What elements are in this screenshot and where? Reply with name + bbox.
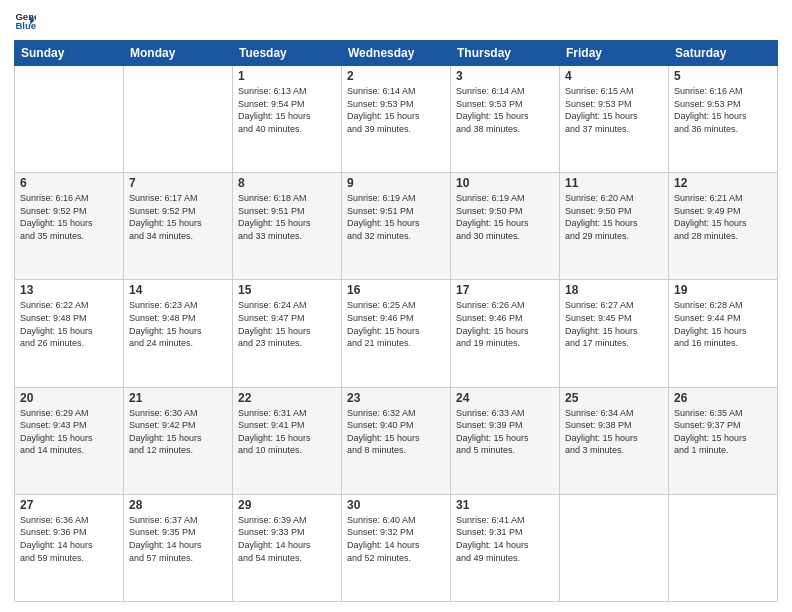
day-info: Sunrise: 6:13 AM Sunset: 9:54 PM Dayligh… — [238, 85, 336, 135]
day-number: 22 — [238, 391, 336, 405]
day-number: 25 — [565, 391, 663, 405]
day-number: 11 — [565, 176, 663, 190]
day-info: Sunrise: 6:25 AM Sunset: 9:46 PM Dayligh… — [347, 299, 445, 349]
calendar-cell: 7Sunrise: 6:17 AM Sunset: 9:52 PM Daylig… — [124, 173, 233, 280]
calendar-cell: 16Sunrise: 6:25 AM Sunset: 9:46 PM Dayli… — [342, 280, 451, 387]
page-header: General Blue — [14, 10, 778, 32]
day-info: Sunrise: 6:27 AM Sunset: 9:45 PM Dayligh… — [565, 299, 663, 349]
day-info: Sunrise: 6:15 AM Sunset: 9:53 PM Dayligh… — [565, 85, 663, 135]
day-number: 5 — [674, 69, 772, 83]
day-number: 21 — [129, 391, 227, 405]
calendar-cell — [124, 66, 233, 173]
calendar-cell: 9Sunrise: 6:19 AM Sunset: 9:51 PM Daylig… — [342, 173, 451, 280]
day-number: 29 — [238, 498, 336, 512]
day-number: 19 — [674, 283, 772, 297]
day-number: 8 — [238, 176, 336, 190]
calendar-cell: 10Sunrise: 6:19 AM Sunset: 9:50 PM Dayli… — [451, 173, 560, 280]
weekday-header-sunday: Sunday — [15, 41, 124, 66]
calendar-cell: 21Sunrise: 6:30 AM Sunset: 9:42 PM Dayli… — [124, 387, 233, 494]
calendar-cell: 26Sunrise: 6:35 AM Sunset: 9:37 PM Dayli… — [669, 387, 778, 494]
weekday-header-thursday: Thursday — [451, 41, 560, 66]
day-info: Sunrise: 6:33 AM Sunset: 9:39 PM Dayligh… — [456, 407, 554, 457]
calendar-cell: 11Sunrise: 6:20 AM Sunset: 9:50 PM Dayli… — [560, 173, 669, 280]
calendar-cell: 18Sunrise: 6:27 AM Sunset: 9:45 PM Dayli… — [560, 280, 669, 387]
calendar-cell: 25Sunrise: 6:34 AM Sunset: 9:38 PM Dayli… — [560, 387, 669, 494]
day-info: Sunrise: 6:19 AM Sunset: 9:50 PM Dayligh… — [456, 192, 554, 242]
calendar-cell: 15Sunrise: 6:24 AM Sunset: 9:47 PM Dayli… — [233, 280, 342, 387]
calendar-week-row: 20Sunrise: 6:29 AM Sunset: 9:43 PM Dayli… — [15, 387, 778, 494]
day-number: 15 — [238, 283, 336, 297]
calendar-cell — [560, 494, 669, 601]
day-number: 3 — [456, 69, 554, 83]
calendar-cell: 20Sunrise: 6:29 AM Sunset: 9:43 PM Dayli… — [15, 387, 124, 494]
calendar-cell: 29Sunrise: 6:39 AM Sunset: 9:33 PM Dayli… — [233, 494, 342, 601]
day-info: Sunrise: 6:30 AM Sunset: 9:42 PM Dayligh… — [129, 407, 227, 457]
weekday-header-monday: Monday — [124, 41, 233, 66]
day-info: Sunrise: 6:16 AM Sunset: 9:53 PM Dayligh… — [674, 85, 772, 135]
day-number: 31 — [456, 498, 554, 512]
day-number: 10 — [456, 176, 554, 190]
calendar-table: SundayMondayTuesdayWednesdayThursdayFrid… — [14, 40, 778, 602]
calendar-cell: 8Sunrise: 6:18 AM Sunset: 9:51 PM Daylig… — [233, 173, 342, 280]
day-info: Sunrise: 6:21 AM Sunset: 9:49 PM Dayligh… — [674, 192, 772, 242]
calendar-cell: 5Sunrise: 6:16 AM Sunset: 9:53 PM Daylig… — [669, 66, 778, 173]
calendar-cell: 28Sunrise: 6:37 AM Sunset: 9:35 PM Dayli… — [124, 494, 233, 601]
day-number: 6 — [20, 176, 118, 190]
calendar-cell: 24Sunrise: 6:33 AM Sunset: 9:39 PM Dayli… — [451, 387, 560, 494]
weekday-header-saturday: Saturday — [669, 41, 778, 66]
day-number: 23 — [347, 391, 445, 405]
calendar-cell: 22Sunrise: 6:31 AM Sunset: 9:41 PM Dayli… — [233, 387, 342, 494]
day-info: Sunrise: 6:16 AM Sunset: 9:52 PM Dayligh… — [20, 192, 118, 242]
day-number: 4 — [565, 69, 663, 83]
day-number: 28 — [129, 498, 227, 512]
calendar-cell: 6Sunrise: 6:16 AM Sunset: 9:52 PM Daylig… — [15, 173, 124, 280]
calendar-week-row: 13Sunrise: 6:22 AM Sunset: 9:48 PM Dayli… — [15, 280, 778, 387]
calendar-cell: 1Sunrise: 6:13 AM Sunset: 9:54 PM Daylig… — [233, 66, 342, 173]
day-number: 26 — [674, 391, 772, 405]
calendar-cell: 14Sunrise: 6:23 AM Sunset: 9:48 PM Dayli… — [124, 280, 233, 387]
calendar-cell: 13Sunrise: 6:22 AM Sunset: 9:48 PM Dayli… — [15, 280, 124, 387]
weekday-header-tuesday: Tuesday — [233, 41, 342, 66]
day-info: Sunrise: 6:40 AM Sunset: 9:32 PM Dayligh… — [347, 514, 445, 564]
weekday-header-wednesday: Wednesday — [342, 41, 451, 66]
day-info: Sunrise: 6:22 AM Sunset: 9:48 PM Dayligh… — [20, 299, 118, 349]
weekday-header-row: SundayMondayTuesdayWednesdayThursdayFrid… — [15, 41, 778, 66]
day-info: Sunrise: 6:20 AM Sunset: 9:50 PM Dayligh… — [565, 192, 663, 242]
calendar-cell: 19Sunrise: 6:28 AM Sunset: 9:44 PM Dayli… — [669, 280, 778, 387]
calendar-cell: 27Sunrise: 6:36 AM Sunset: 9:36 PM Dayli… — [15, 494, 124, 601]
day-info: Sunrise: 6:17 AM Sunset: 9:52 PM Dayligh… — [129, 192, 227, 242]
weekday-header-friday: Friday — [560, 41, 669, 66]
day-number: 14 — [129, 283, 227, 297]
day-info: Sunrise: 6:31 AM Sunset: 9:41 PM Dayligh… — [238, 407, 336, 457]
day-number: 16 — [347, 283, 445, 297]
calendar-cell — [669, 494, 778, 601]
day-number: 9 — [347, 176, 445, 190]
day-number: 2 — [347, 69, 445, 83]
day-info: Sunrise: 6:34 AM Sunset: 9:38 PM Dayligh… — [565, 407, 663, 457]
calendar-cell — [15, 66, 124, 173]
calendar-week-row: 6Sunrise: 6:16 AM Sunset: 9:52 PM Daylig… — [15, 173, 778, 280]
day-info: Sunrise: 6:26 AM Sunset: 9:46 PM Dayligh… — [456, 299, 554, 349]
day-info: Sunrise: 6:14 AM Sunset: 9:53 PM Dayligh… — [456, 85, 554, 135]
calendar-cell: 31Sunrise: 6:41 AM Sunset: 9:31 PM Dayli… — [451, 494, 560, 601]
logo: General Blue — [14, 10, 38, 32]
day-info: Sunrise: 6:35 AM Sunset: 9:37 PM Dayligh… — [674, 407, 772, 457]
day-number: 30 — [347, 498, 445, 512]
day-info: Sunrise: 6:29 AM Sunset: 9:43 PM Dayligh… — [20, 407, 118, 457]
day-info: Sunrise: 6:32 AM Sunset: 9:40 PM Dayligh… — [347, 407, 445, 457]
calendar-cell: 4Sunrise: 6:15 AM Sunset: 9:53 PM Daylig… — [560, 66, 669, 173]
day-number: 27 — [20, 498, 118, 512]
calendar-cell: 3Sunrise: 6:14 AM Sunset: 9:53 PM Daylig… — [451, 66, 560, 173]
day-number: 18 — [565, 283, 663, 297]
day-info: Sunrise: 6:19 AM Sunset: 9:51 PM Dayligh… — [347, 192, 445, 242]
day-info: Sunrise: 6:24 AM Sunset: 9:47 PM Dayligh… — [238, 299, 336, 349]
calendar-cell: 17Sunrise: 6:26 AM Sunset: 9:46 PM Dayli… — [451, 280, 560, 387]
day-number: 13 — [20, 283, 118, 297]
day-number: 12 — [674, 176, 772, 190]
day-info: Sunrise: 6:36 AM Sunset: 9:36 PM Dayligh… — [20, 514, 118, 564]
calendar-week-row: 27Sunrise: 6:36 AM Sunset: 9:36 PM Dayli… — [15, 494, 778, 601]
day-info: Sunrise: 6:41 AM Sunset: 9:31 PM Dayligh… — [456, 514, 554, 564]
calendar-week-row: 1Sunrise: 6:13 AM Sunset: 9:54 PM Daylig… — [15, 66, 778, 173]
day-info: Sunrise: 6:39 AM Sunset: 9:33 PM Dayligh… — [238, 514, 336, 564]
logo-icon: General Blue — [14, 10, 36, 32]
